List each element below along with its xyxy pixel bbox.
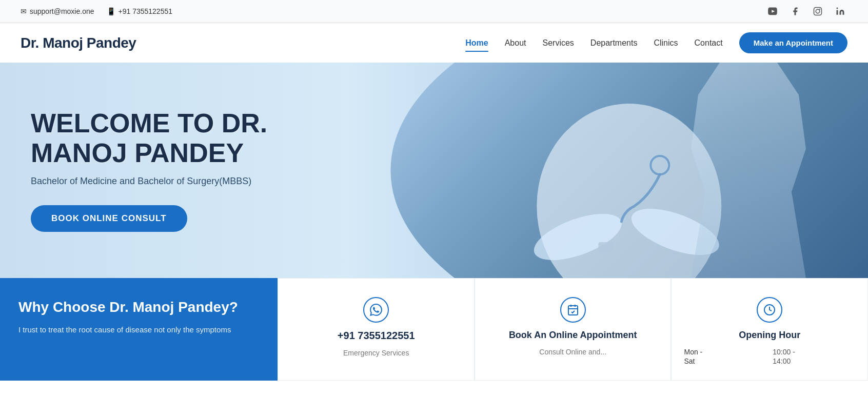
appointment-title[interactable]: Book An Online Appointment: [509, 330, 637, 341]
emergency-phone[interactable]: +91 7355122551: [338, 330, 415, 342]
why-choose-title: Why Choose Dr. Manoj Pandey?: [18, 299, 259, 316]
phone-card: +91 7355122551 Emergency Services: [278, 278, 475, 381]
hero-section: WELCOME TO DR. MANOJ PANDEY Bachelor of …: [0, 63, 868, 278]
svg-point-3: [837, 8, 838, 9]
email-contact[interactable]: ✉ support@moxie.one: [21, 7, 94, 15]
hero-background: [390, 63, 868, 278]
nav-departments[interactable]: Departments: [590, 36, 638, 50]
topbar: ✉ support@moxie.one 📱 +91 7355122551: [0, 0, 868, 23]
nav-home[interactable]: Home: [465, 36, 488, 50]
main-nav: Home About Services Departments Clinics …: [465, 32, 847, 53]
whatsapp-icon: [363, 297, 389, 323]
why-choose-card: Why Choose Dr. Manoj Pandey? I trust to …: [0, 278, 278, 381]
hero-subtitle: Bachelor of Medicine and Bachelor of Sur…: [31, 176, 328, 187]
email-icon: ✉: [21, 7, 27, 15]
why-choose-desc: I trust to treat the root cause of disea…: [18, 324, 259, 336]
time-1: 10:00 -: [773, 348, 855, 356]
nav-services[interactable]: Services: [542, 36, 574, 50]
time-2: 14:00: [773, 357, 855, 365]
hero-content: WELCOME TO DR. MANOJ PANDEY Bachelor of …: [0, 78, 359, 262]
linkedin-icon[interactable]: [833, 4, 847, 18]
instagram-icon[interactable]: [811, 4, 825, 18]
nav-clinics[interactable]: Clinics: [654, 36, 678, 50]
email-address: support@moxie.one: [30, 7, 94, 15]
day-1: Mon -: [684, 348, 766, 356]
svg-point-1: [816, 9, 820, 13]
hours-schedule: Mon - 10:00 - Sat 14:00: [684, 348, 855, 365]
youtube-icon[interactable]: [765, 4, 780, 18]
svg-rect-8: [599, 242, 614, 252]
phone-icon: 📱: [107, 7, 115, 15]
calendar-check-icon: [560, 297, 586, 323]
appointment-card: Book An Online Appointment Consult Onlin…: [475, 278, 672, 381]
nav-about[interactable]: About: [505, 36, 526, 50]
hero-title: WELCOME TO DR. MANOJ PANDEY: [31, 109, 328, 167]
social-links: [765, 4, 847, 18]
svg-rect-9: [568, 306, 578, 315]
day-2: Sat: [684, 357, 766, 365]
facebook-icon[interactable]: [788, 4, 802, 18]
topbar-contact: ✉ support@moxie.one 📱 +91 7355122551: [21, 7, 172, 15]
nav-contact[interactable]: Contact: [695, 36, 723, 50]
header: Dr. Manoj Pandey Home About Services Dep…: [0, 23, 868, 63]
hours-title: Opening Hour: [739, 330, 800, 341]
svg-point-2: [819, 9, 820, 10]
phone-contact[interactable]: 📱 +91 7355122551: [107, 7, 173, 15]
clock-icon: [757, 297, 782, 323]
appointment-desc: Consult Online and...: [539, 348, 606, 356]
appointment-button[interactable]: Make an Appointment: [739, 32, 847, 53]
site-logo[interactable]: Dr. Manoj Pandey: [21, 35, 136, 51]
emergency-label: Emergency Services: [343, 349, 409, 357]
svg-rect-0: [814, 8, 822, 15]
opening-hours-card: Opening Hour Mon - 10:00 - Sat 14:00: [671, 278, 868, 381]
cards-section: Why Choose Dr. Manoj Pandey? I trust to …: [0, 278, 868, 381]
phone-number: +91 7355122551: [119, 7, 173, 15]
book-consult-button[interactable]: BOOK ONLINE CONSULT: [31, 205, 187, 232]
